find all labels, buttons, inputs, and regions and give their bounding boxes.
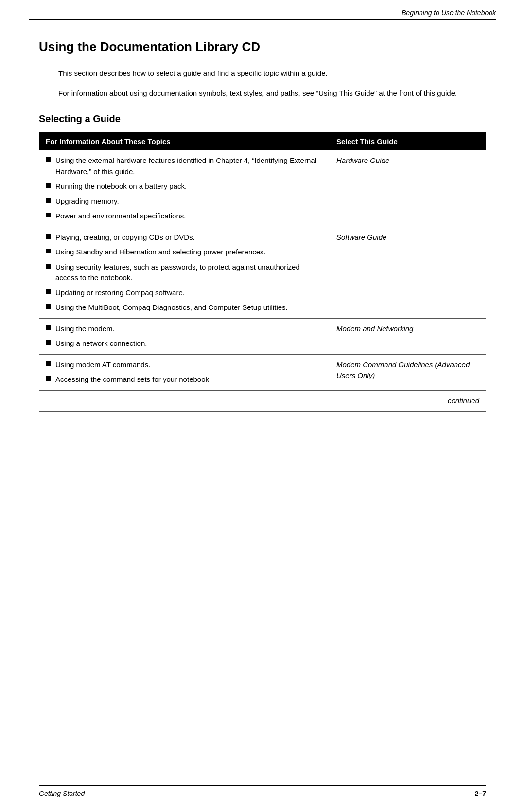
bullet-text: Using Standby and Hibernation and select…	[55, 247, 323, 258]
bullet-text: Using the external hardware features ide…	[55, 155, 323, 177]
list-item: Using the modem.	[46, 324, 323, 335]
bullet-text: Using the MultiBoot, Compaq Diagnostics,…	[55, 302, 323, 313]
bullet-icon	[46, 325, 51, 330]
list-item: Updating or restoring Compaq software.	[46, 288, 323, 299]
list-item: Using the MultiBoot, Compaq Diagnostics,…	[46, 302, 323, 313]
bullet-list: Using the modem.Using a network connecti…	[46, 324, 323, 349]
header-title: Beginning to Use the Notebook	[29, 9, 496, 17]
bullet-text: Using the modem.	[55, 324, 323, 335]
bullet-text: Updating or restoring Compaq software.	[55, 288, 323, 299]
list-item: Using Standby and Hibernation and select…	[46, 247, 323, 258]
table-row: Using the modem.Using a network connecti…	[39, 318, 486, 354]
list-item: Using the external hardware features ide…	[46, 155, 323, 177]
table-cell-guide: Hardware Guide	[330, 150, 486, 227]
page-container: Beginning to Use the Notebook Using the …	[0, 0, 525, 812]
bullet-text: Upgrading memory.	[55, 196, 323, 207]
bullet-list: Using modem AT commands.Accessing the co…	[46, 360, 323, 385]
intro-paragraph-1: This section describes how to select a g…	[58, 68, 486, 79]
page-heading: Using the Documentation Library CD	[39, 39, 486, 54]
bullet-text: Using a network connection.	[55, 338, 323, 349]
bullet-text: Running the notebook on a battery pack.	[55, 181, 323, 192]
table-cell-guide: Modem and Networking	[330, 318, 486, 354]
bullet-icon	[46, 198, 51, 203]
intro-paragraph-2: For information about using documentatio…	[58, 88, 486, 99]
bullet-icon	[46, 340, 51, 345]
list-item: Power and environmental specifications.	[46, 211, 323, 222]
footer-area: Getting Started 2–7	[39, 785, 486, 797]
bullet-text: Using security features, such as passwor…	[55, 262, 323, 284]
bullet-icon	[46, 304, 51, 309]
section-heading: Selecting a Guide	[39, 113, 486, 125]
table-cell-topics: Playing, creating, or copying CDs or DVD…	[39, 227, 330, 318]
table-cell-topics: Using the modem.Using a network connecti…	[39, 318, 330, 354]
bullet-icon	[46, 157, 51, 162]
col1-header: For Information About These Topics	[39, 132, 330, 150]
list-item: Upgrading memory.	[46, 196, 323, 207]
bullet-icon	[46, 361, 51, 366]
bullet-list: Playing, creating, or copying CDs or DVD…	[46, 232, 323, 313]
bullet-icon	[46, 234, 51, 239]
bullet-text: Power and environmental specifications.	[55, 211, 323, 222]
list-item: Accessing the command sets for your note…	[46, 374, 323, 385]
table-header-row: For Information About These Topics Selec…	[39, 132, 486, 150]
bullet-icon	[46, 264, 51, 269]
table-cell-guide: Modem Command Guidelines (Advanced Users…	[330, 354, 486, 390]
guide-table: For Information About These Topics Selec…	[39, 132, 486, 412]
list-item: Using a network connection.	[46, 338, 323, 349]
bullet-icon	[46, 376, 51, 381]
table-cell-topics: Using the external hardware features ide…	[39, 150, 330, 227]
footer-right: 2–7	[475, 790, 486, 797]
bullet-icon	[46, 289, 51, 294]
bullet-icon	[46, 213, 51, 217]
bullet-icon	[46, 249, 51, 253]
bullet-text: Accessing the command sets for your note…	[55, 374, 323, 385]
col2-header: Select This Guide	[330, 132, 486, 150]
continued-text: continued	[39, 390, 486, 412]
table-row: Using the external hardware features ide…	[39, 150, 486, 227]
table-cell-guide: Software Guide	[330, 227, 486, 318]
bullet-text: Using modem AT commands.	[55, 360, 323, 371]
table-cell-topics: Using modem AT commands.Accessing the co…	[39, 354, 330, 390]
continued-row: continued	[39, 390, 486, 412]
main-content: Using the Documentation Library CD This …	[0, 20, 525, 441]
bullet-icon	[46, 183, 51, 188]
table-row: Playing, creating, or copying CDs or DVD…	[39, 227, 486, 318]
list-item: Using security features, such as passwor…	[46, 262, 323, 284]
footer-left: Getting Started	[39, 790, 85, 797]
list-item: Using modem AT commands.	[46, 360, 323, 371]
list-item: Running the notebook on a battery pack.	[46, 181, 323, 192]
bullet-list: Using the external hardware features ide…	[46, 155, 323, 222]
table-row: Using modem AT commands.Accessing the co…	[39, 354, 486, 390]
list-item: Playing, creating, or copying CDs or DVD…	[46, 232, 323, 243]
bullet-text: Playing, creating, or copying CDs or DVD…	[55, 232, 323, 243]
header-area: Beginning to Use the Notebook	[0, 0, 525, 20]
